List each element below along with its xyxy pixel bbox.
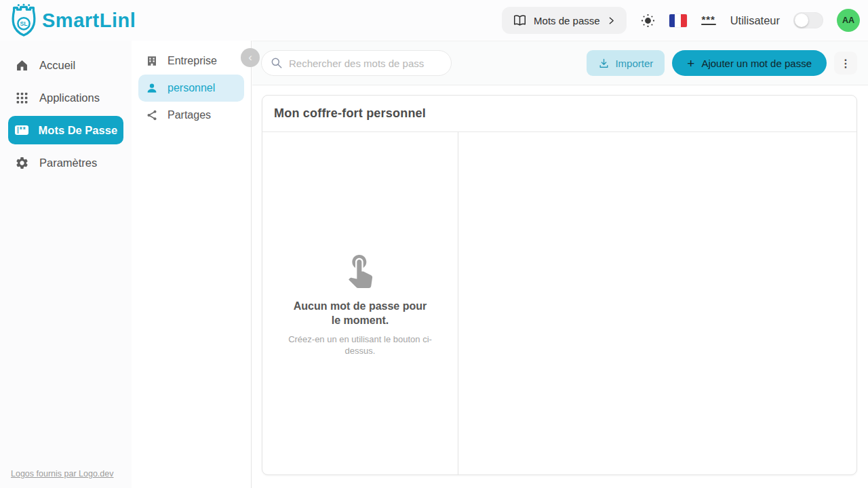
- import-button[interactable]: Importer: [587, 50, 665, 76]
- sidebar-collapse-button[interactable]: ‹: [241, 48, 260, 67]
- vault-item-label: personnel: [167, 82, 215, 94]
- apps-grid-icon: [15, 91, 29, 105]
- sidebar-item-accueil[interactable]: Accueil: [0, 49, 132, 81]
- vault-card-body: Aucun mot de passe pour le moment. Créez…: [262, 132, 856, 474]
- person-icon: [146, 82, 158, 94]
- user-avatar[interactable]: AA: [837, 9, 860, 32]
- logo-dev-attribution-link[interactable]: Logos fournis par Logo.dev: [11, 469, 114, 479]
- sidebar-item-label: Paramètres: [39, 157, 97, 169]
- search-input[interactable]: [261, 50, 452, 76]
- password-list-panel: Aucun mot de passe pour le moment. Créez…: [262, 132, 458, 474]
- empty-state-title: Aucun mot de passe pour le moment.: [288, 299, 432, 328]
- sidebar-item-label: Mots De Passe: [39, 124, 117, 137]
- header-actions: Mots de passe *** Utilisateur: [502, 7, 860, 34]
- chevron-right-icon: [607, 16, 616, 25]
- vault-item-entreprise[interactable]: Entreprise: [132, 47, 251, 75]
- context-switcher-button[interactable]: Mots de passe: [502, 7, 627, 34]
- add-password-button[interactable]: + Ajouter un mot de passe: [672, 50, 827, 76]
- context-switcher-label: Mots de passe: [534, 15, 600, 26]
- gear-icon: [15, 156, 29, 170]
- open-book-icon: [513, 14, 527, 27]
- personal-vault-card: Mon coffre-fort personnel Aucun mot de p…: [262, 95, 857, 475]
- password-field-icon: |**: [15, 125, 28, 135]
- search-icon: [270, 56, 283, 70]
- add-password-label: Ajouter un mot de passe: [701, 58, 812, 69]
- sidebar-item-label: Accueil: [39, 59, 75, 72]
- building-icon: [146, 55, 158, 67]
- primary-sidebar: Accueil Applications |** Mots De Passe P…: [0, 41, 132, 488]
- tap-hand-icon: [341, 250, 379, 288]
- vault-item-personnel[interactable]: personnel: [138, 75, 244, 102]
- top-header: SL SmartLinl Mots de passe: [0, 0, 868, 41]
- download-icon: [598, 58, 610, 69]
- user-mode-toggle[interactable]: [793, 12, 823, 28]
- french-flag-icon: [669, 14, 687, 27]
- sidebar-item-label: Applications: [39, 92, 100, 104]
- sidebar-item-applications[interactable]: Applications: [0, 81, 132, 114]
- import-button-label: Importer: [615, 58, 653, 69]
- vault-item-label: Partages: [167, 109, 211, 121]
- language-flag-button[interactable]: [669, 14, 687, 27]
- theme-light-button[interactable]: [640, 13, 656, 28]
- brand-name: SmartLinl: [42, 9, 136, 32]
- brand-logo[interactable]: SL SmartLinl: [8, 3, 136, 37]
- password-dots-icon[interactable]: ***: [701, 16, 717, 25]
- user-label: Utilisateur: [730, 14, 780, 27]
- main-content: Importer + Ajouter un mot de passe ⋮ Mon…: [252, 41, 868, 488]
- toggle-knob: [795, 14, 808, 27]
- vault-item-partages[interactable]: Partages: [132, 102, 251, 129]
- sidebar-item-mots-de-passe[interactable]: |** Mots De Passe: [8, 116, 123, 144]
- vault-card-title: Mon coffre-fort personnel: [262, 96, 856, 132]
- more-options-button[interactable]: ⋮: [834, 52, 857, 75]
- empty-state-subtitle: Créez-en un en utilisant le bouton ci-de…: [279, 334, 441, 357]
- svg-text:SL: SL: [20, 20, 27, 27]
- shield-logo-icon: SL: [8, 3, 39, 37]
- share-icon: [146, 109, 158, 121]
- vault-item-label: Entreprise: [167, 55, 217, 67]
- search-box: [261, 50, 452, 76]
- home-icon: [15, 58, 29, 73]
- sun-icon: [640, 13, 656, 28]
- toolbar-actions: Importer + Ajouter un mot de passe ⋮: [587, 50, 857, 76]
- passwords-toolbar: Importer + Ajouter un mot de passe ⋮: [252, 41, 868, 85]
- vault-sidebar: Entreprise personnel Partages: [132, 41, 252, 488]
- sidebar-item-parametres[interactable]: Paramètres: [0, 146, 132, 179]
- plus-icon: +: [687, 57, 694, 70]
- password-detail-panel: [458, 132, 856, 474]
